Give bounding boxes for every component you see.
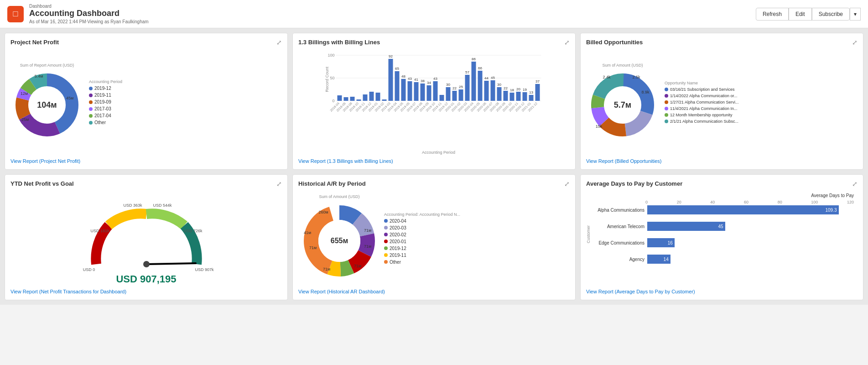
view-report-link[interactable]: View Report (Net Profit Transactions for… — [10, 285, 282, 294]
svg-rect-31 — [421, 83, 425, 101]
legend-item: 2020-03 — [384, 225, 460, 230]
refresh-button[interactable]: Refresh — [756, 8, 789, 21]
view-report-link[interactable]: View Report (Billed Opportunities) — [586, 155, 858, 164]
app-icon: □ — [7, 6, 24, 22]
panel-header: Billed Opportunities ⤢ — [586, 39, 858, 46]
svg-rect-29 — [408, 81, 412, 101]
donut-center-value: 655м — [331, 237, 348, 245]
svg-text:260м: 260м — [318, 210, 328, 214]
panel-billed-opportunities: Billed Opportunities ⤢ Sum of Amount (US… — [580, 33, 863, 170]
svg-text:USD 363k: USD 363k — [123, 203, 142, 208]
svg-rect-26 — [389, 59, 393, 101]
legend-item: Other — [384, 260, 460, 265]
svg-rect-25 — [382, 99, 387, 101]
subscribe-button[interactable]: Subscribe — [812, 8, 850, 21]
svg-rect-27 — [395, 71, 400, 101]
svg-rect-37 — [459, 89, 463, 101]
svg-rect-32 — [427, 85, 431, 101]
svg-rect-23 — [369, 92, 374, 101]
expand-icon[interactable]: ⤢ — [852, 39, 858, 46]
svg-text:43: 43 — [433, 77, 437, 81]
panel-header: Project Net Profit ⤢ — [10, 39, 282, 46]
svg-rect-20 — [350, 97, 355, 101]
svg-rect-40 — [478, 71, 483, 101]
svg-text:37: 37 — [535, 79, 540, 83]
page-title: Accounting Dashboard — [29, 9, 149, 18]
svg-text:USD 907k: USD 907k — [195, 267, 214, 272]
panel-title: Average Days to Pay by Customer — [586, 180, 682, 187]
expand-icon[interactable]: ⤢ — [276, 180, 282, 188]
panel-header: Average Days to Pay by Customer ⤢ — [586, 180, 858, 188]
panel-project-net-profit: Project Net Profit ⤢ Sum of Report Amoun… — [5, 33, 288, 170]
dashboard-grid: Project Net Profit ⤢ Sum of Report Amoun… — [0, 28, 868, 305]
view-report-link[interactable]: View Report (Average Days to Pay by Cust… — [586, 285, 858, 294]
expand-icon[interactable]: ⤢ — [564, 39, 570, 46]
header-left: □ Dashboard Accounting Dashboard As of M… — [7, 4, 149, 24]
view-report-link[interactable]: View Report (1.3 Billings with Billing L… — [298, 155, 570, 164]
bar-row-agency: Agency 14 — [593, 255, 858, 264]
svg-text:25: 25 — [459, 85, 463, 89]
svg-text:71м: 71м — [323, 267, 330, 271]
svg-line-123 — [146, 263, 196, 264]
expand-icon[interactable]: ⤢ — [852, 180, 858, 188]
donut-chart: 8.9k 2.5k 2.4k 15k 5.7м — [586, 68, 659, 141]
svg-text:100: 100 — [327, 53, 334, 57]
svg-text:41м: 41м — [304, 230, 311, 235]
svg-rect-28 — [401, 79, 406, 101]
bar-row-alpha: Alpha Communications 109.3 — [593, 205, 858, 214]
svg-text:5.4м: 5.4м — [35, 74, 43, 78]
view-report-link[interactable]: View Report (Historical AR Dashboard) — [298, 285, 570, 294]
legend: 2019-12 2019-11 2019-09 2017-03 2017-04 … — [89, 86, 135, 125]
svg-rect-46 — [516, 92, 521, 101]
svg-rect-49 — [535, 84, 540, 101]
legend-item: 11/4/2021 Alpha Communication In... — [665, 106, 739, 111]
expand-icon[interactable]: ⤢ — [276, 39, 282, 46]
view-report-link[interactable]: View Report (Project Net Profit) — [10, 155, 282, 164]
legend-item: 2019-11 — [89, 93, 135, 98]
panel-title: Billed Opportunities — [586, 39, 643, 46]
legend-title: Opportunity Name — [665, 81, 739, 85]
donut-chart: 45м 25м 12м 5.4м 104м — [10, 68, 83, 141]
donut-chart: 71м 71м 71м 71м 71м 41м 260м 655м — [298, 200, 380, 282]
svg-text:USD 181k: USD 181k — [90, 229, 109, 233]
svg-text:USD 726k: USD 726k — [183, 229, 203, 233]
svg-text:Record Count: Record Count — [325, 67, 329, 92]
svg-rect-45 — [510, 93, 515, 101]
panel-title: Historical A/R by Period — [298, 180, 366, 187]
svg-text:71м: 71м — [354, 264, 361, 268]
svg-text:USD 544k: USD 544k — [153, 203, 172, 208]
svg-text:19: 19 — [523, 88, 527, 92]
svg-text:2.4k: 2.4k — [603, 75, 611, 79]
legend-item: 2020-04 — [384, 219, 460, 224]
chart-label: Sum of Report Amount (USD) — [20, 63, 74, 68]
panel-title: Project Net Profit — [10, 39, 59, 46]
panel-avg-days-to-pay: Average Days to Pay by Customer ⤢ Averag… — [580, 174, 863, 300]
svg-text:20: 20 — [516, 87, 520, 91]
svg-text:2.5k: 2.5k — [632, 75, 640, 79]
panel-historical-ar: Historical A/R by Period ⤢ Sum of Amount… — [292, 174, 576, 300]
panel-title: YTD Net Profit vs Goal — [10, 180, 74, 187]
svg-rect-21 — [357, 99, 361, 101]
svg-text:Accounting  Period: Accounting Period — [422, 150, 455, 155]
svg-text:0: 0 — [332, 99, 334, 103]
panel-header: Historical A/R by Period ⤢ — [298, 180, 570, 188]
svg-text:USD 0: USD 0 — [83, 267, 95, 272]
bar-row-edge: Edge Communications 16 — [593, 238, 858, 247]
gauge-chart: USD 0 USD 181k USD 363k USD 544k USD 726… — [69, 191, 224, 282]
panel-title: 1.3 Billings with Billing Lines — [298, 39, 380, 46]
panel-billings: 1.3 Billings with Billing Lines ⤢ 100 50… — [292, 33, 576, 170]
legend-item: 2019-12 — [89, 86, 135, 91]
svg-text:71м: 71м — [309, 245, 317, 250]
svg-text:45м: 45м — [66, 96, 73, 100]
svg-rect-30 — [414, 82, 419, 101]
svg-text:30: 30 — [497, 83, 501, 87]
legend-item: Other — [89, 120, 135, 125]
expand-icon[interactable]: ⤢ — [564, 180, 570, 188]
svg-text:50: 50 — [330, 76, 334, 80]
dropdown-button[interactable]: ▾ — [850, 8, 861, 21]
edit-button[interactable]: Edit — [789, 8, 812, 21]
legend-item: 2019-12 — [384, 246, 460, 251]
legend-item: 1/14/2022 Alpha Communication or... — [665, 94, 739, 98]
legend-item: 1/27/21 Alpha Communication Servi... — [665, 100, 739, 104]
bar-chart-title: Average Days to Pay — [586, 193, 854, 198]
